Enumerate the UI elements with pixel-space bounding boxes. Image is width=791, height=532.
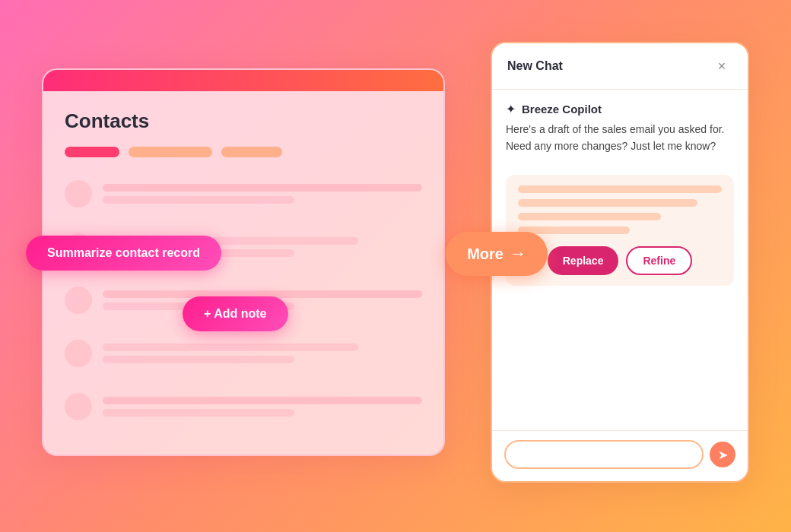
copilot-message: ✦ Breeze Copilot Here's a draft of the s… xyxy=(506,102,734,164)
contact-detail-line xyxy=(103,356,294,363)
contact-name-line xyxy=(103,184,422,192)
chat-input[interactable] xyxy=(504,440,704,469)
contact-detail-line xyxy=(103,196,294,204)
contact-detail-line xyxy=(103,409,294,416)
contact-line-group xyxy=(103,344,422,363)
contacts-title: Contacts xyxy=(65,109,422,133)
chat-title: New Chat xyxy=(507,59,563,73)
chat-send-button[interactable]: ➤ xyxy=(710,442,735,467)
draft-line-1 xyxy=(518,185,722,193)
contact-row xyxy=(65,173,422,215)
avatar xyxy=(65,340,92,367)
chat-header: New Chat × xyxy=(492,43,748,90)
contact-line-group xyxy=(103,397,422,416)
filter-pill-salmon xyxy=(221,147,282,157)
filter-pill-peach xyxy=(129,147,212,157)
more-label: More xyxy=(467,245,504,263)
copilot-header: ✦ Breeze Copilot xyxy=(506,102,734,116)
contacts-top-bar xyxy=(43,70,443,91)
add-note-button[interactable]: + Add note xyxy=(183,296,288,331)
draft-line-3 xyxy=(518,213,661,220)
draft-line-2 xyxy=(518,199,697,207)
filter-pill-red xyxy=(65,147,119,157)
draft-line-4 xyxy=(518,226,630,234)
contact-name-line xyxy=(103,397,422,404)
contacts-filter-row xyxy=(65,147,422,157)
avatar xyxy=(65,393,92,420)
chat-close-button[interactable]: × xyxy=(711,55,732,77)
copilot-star-icon: ✦ xyxy=(506,102,516,116)
replace-button[interactable]: Replace xyxy=(548,246,619,275)
contact-line-group xyxy=(103,184,422,204)
refine-button[interactable]: Refine xyxy=(626,246,692,275)
contact-name-line xyxy=(103,344,358,351)
avatar xyxy=(65,287,92,314)
draft-actions: Replace Refine xyxy=(518,246,722,275)
contact-row xyxy=(65,332,422,375)
summarize-contact-record-button[interactable]: Summarize contact record xyxy=(26,236,221,271)
more-arrow-icon: → xyxy=(510,244,526,264)
copilot-message-text: Here's a draft of the sales email you as… xyxy=(506,121,734,155)
avatar xyxy=(65,180,92,207)
contact-row xyxy=(65,385,422,428)
more-button[interactable]: More → xyxy=(446,232,548,276)
copilot-name: Breeze Copilot xyxy=(522,103,602,116)
chat-input-row: ➤ xyxy=(492,430,748,481)
